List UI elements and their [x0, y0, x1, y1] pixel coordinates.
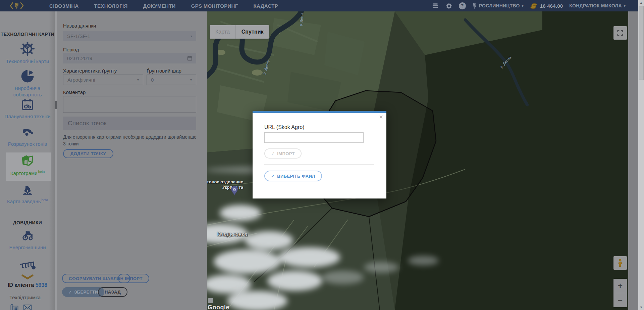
- modal-import-button[interactable]: ✓ ІМПОРТ: [264, 148, 302, 159]
- scrollbar-up-arrow[interactable]: ▲: [638, 1, 644, 4]
- import-modal: × URL (Skok Agro) ✓ ІМПОРТ ✓ ВИБЕРІТЬ ФА…: [253, 111, 386, 198]
- url-label: URL (Skok Agro): [264, 124, 304, 130]
- choose-file-button[interactable]: ✓ ВИБЕРІТЬ ФАЙЛ: [264, 171, 322, 181]
- check-icon: ✓: [271, 173, 275, 179]
- url-input[interactable]: [264, 132, 364, 143]
- close-icon[interactable]: ×: [379, 114, 383, 120]
- modal-divider: [264, 164, 374, 165]
- scrollbar-down-arrow[interactable]: ▼: [638, 306, 644, 309]
- modal-accent-bar: [253, 111, 386, 113]
- page-scrollbar-thumb[interactable]: [639, 6, 644, 80]
- check-icon: ✓: [271, 151, 275, 156]
- app-root: СІВОЗМІНА ТЕХНОЛОГІЯ ДОКУМЕНТИ GPS МОНІТ…: [0, 0, 644, 310]
